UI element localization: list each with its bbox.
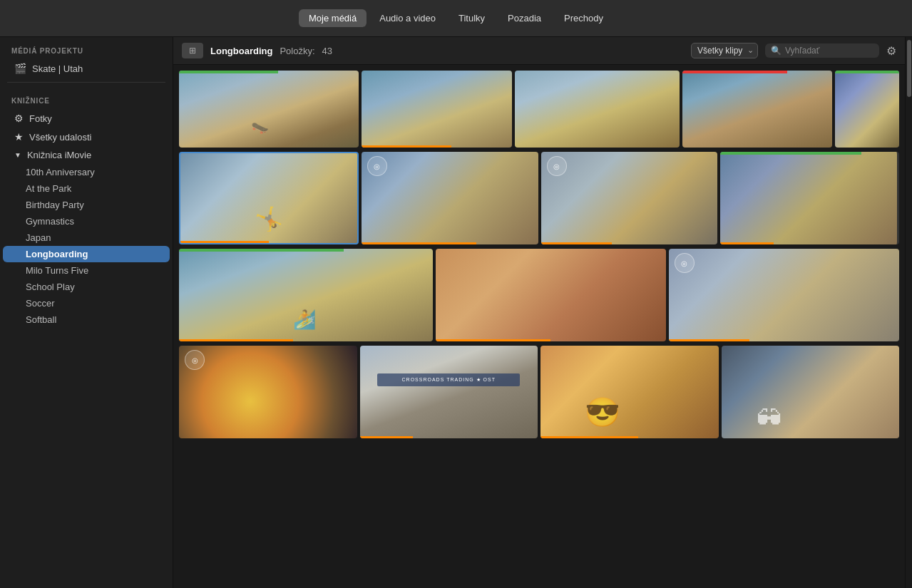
clip-bar-top-2-4: [720, 152, 897, 155]
filter-wrapper: Všetky klipy: [691, 43, 758, 58]
green-bar-3-1: [179, 249, 344, 252]
orange-bar-2-2: [362, 242, 476, 244]
clip-bar-top-4: [682, 71, 832, 73]
clip-icon-2-3: ◎: [547, 156, 567, 176]
star-icon: ★: [14, 131, 24, 143]
grid-row-3: 🏄 ◎: [179, 249, 899, 341]
orange-bar-2-4: [720, 242, 773, 244]
sidebar-item-japan[interactable]: Japan: [3, 229, 170, 246]
video-clip-1-5[interactable]: [835, 71, 899, 148]
top-toolbar: Moje médiá Audio a video Titulky Pozadia…: [0, 0, 912, 37]
photos-label: Fotky: [29, 113, 52, 124]
sidebar-item-gymnastics[interactable]: Gymnastics: [3, 213, 170, 229]
video-clip-4-2[interactable]: CROSSROADS TRADING ★ OST: [360, 346, 538, 438]
orange-bar-bottom: [362, 145, 451, 148]
video-clip-1-1[interactable]: 🛹: [179, 71, 359, 148]
content-area: ⊞ Longboarding Položky: 43 Všetky klipy …: [173, 37, 905, 588]
sidebar-item-softball[interactable]: Softball: [3, 311, 170, 328]
scrollbar-thumb[interactable]: [907, 40, 911, 97]
sidebar-item-milo-turns-five[interactable]: Milo Turns Five: [3, 262, 170, 279]
main-layout: MÉDIÁ PROJEKTU 🎬 Skate | Utah KNIŽNICE ⚙…: [0, 37, 912, 588]
video-clip-3-1[interactable]: 🏄: [179, 249, 433, 341]
sidebar-item-longboarding[interactable]: Longboarding: [3, 246, 170, 262]
clip-icon-3-3: ◎: [675, 253, 695, 273]
grid-row-2: 🤸 ◎ ◎: [179, 152, 899, 244]
all-events-label: Všetky udalosti: [29, 132, 91, 143]
chevron-down-icon: ▼: [14, 151, 21, 159]
library-title: Longboarding: [210, 46, 272, 56]
libraries-section-header: KNIŽNICE: [0, 87, 173, 109]
green-bar: [179, 71, 278, 73]
person-car-figure: 🕶: [757, 404, 782, 434]
video-clip-2-4[interactable]: [720, 152, 899, 244]
project-item-label: Skate | Utah: [32, 63, 83, 74]
person-figure: 😎: [585, 396, 620, 429]
sidebar-item-soccer[interactable]: Soccer: [3, 295, 170, 311]
video-clip-4-4[interactable]: 🕶: [722, 346, 900, 438]
film-icon: 🎬: [14, 63, 26, 74]
project-section-header: MÉDIÁ PROJEKTU: [0, 37, 173, 59]
sidebar: MÉDIÁ PROJEKTU 🎬 Skate | Utah KNIŽNICE ⚙…: [0, 37, 173, 588]
tab-transitions[interactable]: Prechody: [554, 9, 613, 27]
search-icon: 🔍: [771, 46, 782, 56]
grid-row-1: 🛹: [179, 71, 899, 148]
tab-titles[interactable]: Titulky: [449, 9, 495, 27]
item-count-value: 43: [322, 46, 332, 56]
orange-bar-2-3: [541, 242, 612, 244]
orange-bar-4-2: [360, 436, 414, 438]
photos-icon: ⚙: [14, 113, 24, 124]
scrollbar-track[interactable]: [905, 37, 912, 588]
sidebar-item-at-the-park[interactable]: At the Park: [3, 180, 170, 197]
sidebar-item-all-events[interactable]: ★ Všetky udalosti: [3, 128, 170, 146]
video-clip-1-3[interactable]: [515, 71, 680, 148]
filter-select[interactable]: Všetky klipy: [691, 43, 758, 58]
video-clip-1-4[interactable]: [682, 71, 832, 148]
clip-bar-top-5: [835, 71, 899, 73]
red-bar: [682, 71, 787, 73]
clip-icon-4-1: ◎: [185, 350, 205, 370]
sidebar-item-school-play[interactable]: School Play: [3, 279, 170, 295]
video-clip-3-2[interactable]: [436, 249, 666, 341]
video-clip-4-1[interactable]: ◎: [179, 346, 357, 438]
video-clip-4-3[interactable]: 😎: [540, 346, 719, 438]
orange-bar-3-3: [669, 339, 749, 341]
sidebar-item-skate-utah[interactable]: 🎬 Skate | Utah: [3, 59, 170, 78]
skater-figure: 🛹: [251, 119, 269, 136]
orange-bar-2-1: [180, 241, 269, 243]
content-toolbar: ⊞ Longboarding Položky: 43 Všetky klipy …: [173, 37, 905, 65]
view-toggle-button[interactable]: ⊞: [182, 43, 203, 58]
view-toggle-icon: ⊞: [189, 46, 196, 56]
orange-bar-3-2: [436, 339, 551, 341]
orange-bar-3-1: [179, 339, 293, 341]
video-clip-1-2[interactable]: [362, 71, 511, 148]
search-box[interactable]: 🔍: [765, 43, 879, 58]
banner-overlay: CROSSROADS TRADING ★ OST: [377, 373, 520, 386]
clip-icon-2-2: ◎: [367, 156, 387, 176]
sidebar-item-10th-anniversary[interactable]: 10th Anniversary: [3, 164, 170, 180]
sidebar-item-photos[interactable]: ⚙ Fotky: [3, 109, 170, 128]
tab-backgrounds[interactable]: Pozadia: [498, 9, 551, 27]
settings-button[interactable]: ⚙: [886, 44, 896, 58]
video-clip-2-1[interactable]: 🤸: [179, 152, 359, 244]
imovie-library-label: Knižnica iMovie: [27, 150, 91, 160]
sidebar-item-birthday-party[interactable]: Birthday Party: [3, 197, 170, 213]
green-bar-5: [835, 71, 899, 73]
clip-bar-top-3-1: [179, 249, 433, 252]
skater-figure-3: 🏄: [293, 309, 316, 331]
skater-figure-2: 🤸: [255, 205, 283, 232]
video-clip-2-2[interactable]: ◎: [362, 152, 538, 244]
clip-bar-top-1: [179, 71, 359, 73]
video-grid: 🛹: [173, 65, 905, 588]
gear-icon: ⚙: [886, 45, 896, 57]
tab-my-media[interactable]: Moje médiá: [299, 9, 367, 27]
video-clip-2-3[interactable]: ◎: [541, 152, 718, 244]
green-bar-2-4: [720, 152, 861, 155]
tab-audio-video[interactable]: Audio a video: [369, 9, 446, 27]
sidebar-item-imovie-library[interactable]: ▼ Knižnica iMovie: [3, 146, 170, 164]
orange-bar-4-3: [540, 436, 638, 438]
search-input[interactable]: [785, 46, 873, 56]
grid-row-4: ◎ CROSSROADS TRADING ★ OST 😎 🕶: [179, 346, 899, 438]
sidebar-divider-1: [7, 82, 165, 83]
video-clip-3-3[interactable]: ◎: [669, 249, 899, 341]
item-count-label: Položky:: [280, 46, 314, 56]
